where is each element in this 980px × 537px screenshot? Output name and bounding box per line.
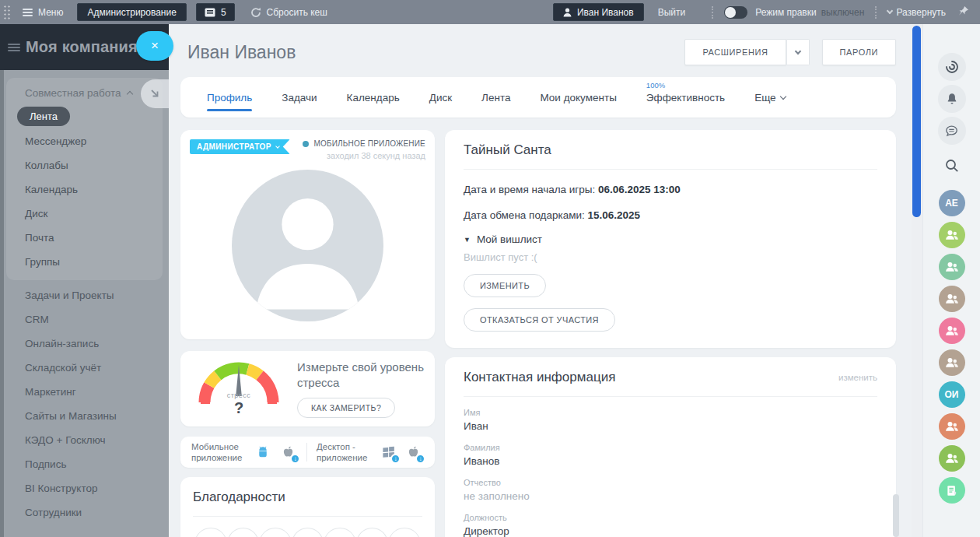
edit-contact-link[interactable]: изменить [838, 373, 877, 382]
logout-button[interactable]: Выйти [658, 7, 686, 18]
sidebar-item-bi-constructor[interactable]: BI Конструктор [0, 476, 169, 500]
rail-group-avatar[interactable] [939, 286, 965, 312]
ios-app-button[interactable] [278, 443, 297, 462]
separator [875, 6, 877, 19]
pin-icon [958, 5, 969, 16]
how-to-measure-button[interactable]: КАК ЗАМЕРИТЬ? [297, 398, 395, 418]
main-content: Иван Иванов РАСШИРЕНИЯ ПАРОЛИ Профиль За… [169, 24, 912, 537]
company-title: Моя компания [26, 38, 138, 56]
field-value-empty: не заполнено [464, 490, 877, 502]
chevron-down-icon [794, 47, 800, 54]
pin-button[interactable] [958, 5, 969, 19]
rail-group-avatar[interactable] [939, 222, 965, 248]
divider [306, 443, 307, 462]
extensions-button[interactable]: РАСШИРЕНИЯ [684, 39, 786, 65]
tab-my-documents[interactable]: Мои документы [540, 79, 616, 117]
sidebar-item-online-booking[interactable]: Онлайн-запись [0, 332, 169, 356]
contact-info-card: Контактная информация изменить Имя Иван … [445, 357, 896, 537]
extensions-dropdown-button[interactable] [786, 39, 810, 65]
people-icon [944, 259, 960, 275]
stress-card: стресс ? Измерьте свой уровень стресса К… [180, 351, 435, 426]
search-button[interactable] [940, 153, 964, 178]
gratitude-badge-more[interactable] [388, 528, 421, 537]
current-user-button[interactable]: Иван Иванов [553, 3, 644, 21]
android-app-button[interactable] [254, 443, 272, 462]
tab-profile[interactable]: Профиль [207, 79, 252, 117]
performance-indicator-button[interactable]: 5 [196, 3, 235, 21]
tab-tasks[interactable]: Задачи [282, 79, 317, 117]
menu-button[interactable]: Меню [23, 7, 63, 18]
rail-avatar-ae[interactable]: AE [939, 190, 965, 216]
sidebar-hamburger-icon[interactable] [8, 42, 18, 53]
sidebar-item-messenger[interactable]: Мессенджер [6, 129, 163, 153]
sidebar-item-lenta-active[interactable]: Лента [17, 107, 70, 126]
sidebar-collapse-button[interactable] [141, 79, 169, 108]
edit-mode-toggle[interactable] [724, 6, 747, 19]
sidebar-item-disk[interactable]: Диск [6, 202, 163, 226]
desktop-app-link[interactable]: Десктоп - приложение [317, 441, 373, 464]
administration-button[interactable]: Администрирование [77, 3, 186, 21]
gratitude-badge[interactable] [227, 528, 260, 537]
gratitude-badge[interactable] [194, 528, 227, 537]
tab-disk[interactable]: Диск [429, 79, 452, 117]
sidebar-item-crm[interactable]: CRM [0, 307, 169, 332]
windows-app-button[interactable] [379, 443, 397, 462]
mobile-app-link[interactable]: Мобильное приложение [191, 441, 247, 464]
tab-calendar[interactable]: Календарь [347, 79, 400, 117]
rail-group-avatar[interactable] [939, 445, 965, 472]
drag-handle-icon[interactable] [2, 4, 12, 21]
edit-wishlist-button[interactable]: ИЗМЕНИТЬ [464, 274, 546, 297]
sidebar-item-calendar[interactable]: Календарь [6, 177, 163, 202]
download-badge-icon [290, 454, 300, 464]
gift-exchange-label: Дата обмена подарками: [464, 209, 588, 221]
sidebar-item-groups[interactable]: Группы [6, 250, 163, 274]
tab-efficiency[interactable]: 100% Эффективность [646, 79, 725, 117]
field-label: Имя [464, 408, 877, 417]
sidebar-item-tasks-projects[interactable]: Задачи и Проекты [0, 283, 169, 307]
sidebar-item-marketing[interactable]: Маркетинг [0, 380, 169, 404]
wishlist-toggle-label: Мой вишлист [477, 233, 542, 245]
rail-group-avatar[interactable] [939, 318, 965, 344]
macos-app-button[interactable] [404, 443, 422, 462]
decline-participation-button[interactable]: ОТКАЗАТЬСЯ ОТ УЧАСТИЯ [464, 308, 615, 332]
scrollbar-track[interactable] [912, 24, 922, 537]
passwords-button[interactable]: ПАРОЛИ [822, 39, 897, 65]
wishlist-toggle[interactable]: ▼ Мой вишлист [464, 233, 877, 245]
avatar[interactable] [232, 170, 383, 321]
tab-more[interactable]: Еще [754, 79, 785, 117]
sidebar-item-employees[interactable]: Сотрудники [0, 500, 169, 525]
content-scrollbar-thumb[interactable] [893, 494, 899, 537]
chat-button[interactable] [938, 117, 966, 145]
gratitude-badge[interactable] [292, 528, 324, 537]
sidebar-item-inventory[interactable]: Складской учёт [0, 356, 169, 380]
notifications-button[interactable] [938, 85, 966, 113]
copilot-button[interactable] [938, 53, 966, 81]
scrollbar-thumb[interactable] [912, 26, 921, 217]
sidebar-item-collabs[interactable]: Коллабы [6, 153, 163, 177]
sidebar-nav: Задачи и Проекты CRM Онлайн-запись Склад… [0, 283, 169, 525]
reset-cache-button[interactable]: Сбросить кеш [250, 7, 327, 18]
gratitude-badge[interactable] [356, 528, 389, 537]
gratitude-badge[interactable] [324, 528, 356, 537]
rail-group-avatar[interactable] [939, 349, 965, 376]
rail-avatar-oi[interactable]: ОИ [939, 381, 965, 408]
gauge-question-mark: ? [193, 399, 285, 417]
rail-news-avatar[interactable] [939, 477, 965, 504]
sidebar-close-button[interactable]: × [136, 31, 173, 61]
sidebar-item-sign[interactable]: Подпись [0, 452, 169, 476]
tab-feed[interactable]: Лента [481, 79, 510, 117]
sidebar-group-toggle[interactable]: Совместная работа [6, 81, 163, 105]
edit-mode-labels: Режим правки выключен [755, 7, 864, 18]
sidebar-item-mail[interactable]: Почта [6, 226, 163, 250]
role-badge[interactable]: АДМИНИСТРАТОР [190, 139, 290, 154]
gratitude-card: Благодарности [180, 477, 435, 537]
rail-group-avatar[interactable] [939, 254, 965, 280]
online-status: МОБИЛЬНОЕ ПРИЛОЖЕНИЕ [303, 139, 425, 148]
field-label: Отчество [464, 478, 877, 487]
stress-gauge[interactable]: стресс ? [193, 357, 285, 421]
sidebar-item-sites-stores[interactable]: Сайты и Магазины [0, 404, 169, 428]
rail-group-avatar[interactable] [939, 413, 965, 440]
sidebar-item-kedo[interactable]: КЭДО + Госключ [0, 428, 169, 452]
gratitude-badge[interactable] [259, 528, 292, 537]
expand-button[interactable]: Развернуть [887, 7, 946, 18]
